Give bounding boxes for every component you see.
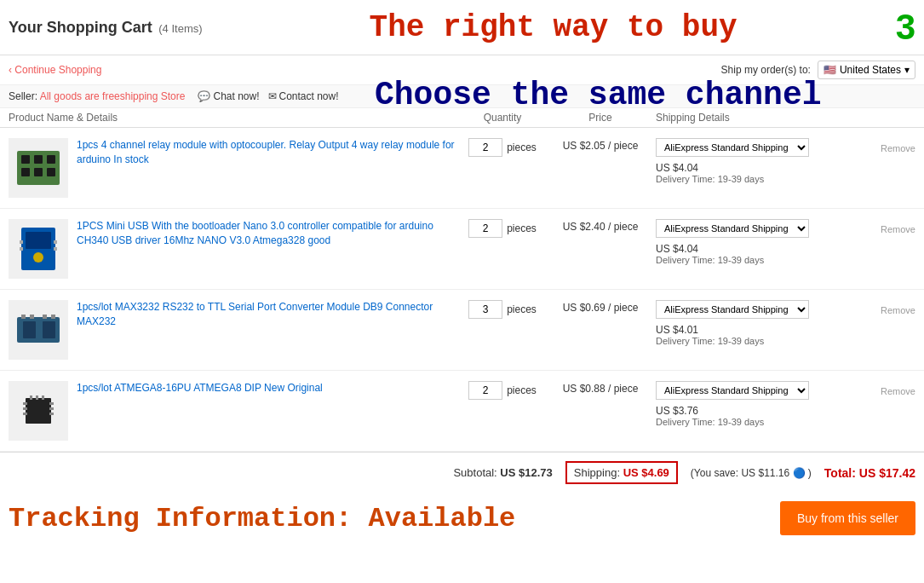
svg-rect-19 (43, 315, 47, 319)
delivery-time-3: Delivery Time: 19-39 days (656, 417, 915, 427)
svg-rect-5 (34, 168, 43, 176)
table-row: 1pcs/lot ATMEGA8-16PU ATMEGA8 DIP New Or… (0, 371, 924, 452)
table-row: 1pcs 4 channel relay module with optocou… (0, 128, 924, 209)
item-qty-3: pieces (460, 381, 545, 400)
shipping-total-value: US $4.69 (623, 466, 669, 479)
shipping-select-2[interactable]: AliExpress Standard Shipping (656, 300, 809, 319)
item-qty-2: pieces (460, 300, 545, 319)
svg-rect-21 (26, 398, 51, 424)
nav-bar: Continue Shopping Ship my order(s) to: 🇺… (0, 55, 924, 85)
footer-row: Subtotal: US $12.73 Shipping: US $4.69 (… (0, 452, 924, 493)
dropdown-icon: ▾ (904, 64, 910, 76)
seller-bar: Seller: All goods are freeshipping Store… (0, 85, 924, 108)
svg-rect-16 (43, 321, 55, 338)
remove-link-2[interactable]: Remove (881, 303, 915, 315)
item-image-2 (9, 300, 68, 360)
svg-rect-30 (42, 395, 44, 400)
item-details-1: 1PCS Mini USB With the bootloader Nano 3… (77, 219, 460, 248)
item-image-0 (9, 138, 68, 198)
item-name-1[interactable]: 1PCS Mini USB With the bootloader Nano 3… (77, 220, 433, 246)
tracking-text: Tracking Information: Available (9, 503, 515, 534)
table-row: 1pcs/lot MAX3232 RS232 to TTL Serial Por… (0, 290, 924, 371)
delivery-time-1: Delivery Time: 19-39 days (656, 255, 915, 265)
savings: (You save: US $11.16 🔵 ) (691, 467, 812, 479)
qty-input-2[interactable] (468, 300, 502, 319)
svg-point-9 (33, 252, 43, 263)
cart-items: 1pcs 4 channel relay module with optocou… (0, 128, 924, 452)
svg-rect-29 (36, 395, 38, 400)
svg-rect-6 (47, 168, 55, 176)
subtotal-value: US $12.73 (500, 466, 552, 479)
item-details-0: 1pcs 4 channel relay module with optocou… (77, 138, 460, 167)
item-qty-0: pieces (460, 138, 545, 157)
qty-input-3[interactable] (468, 381, 502, 400)
svg-rect-22 (23, 402, 27, 405)
total-value: US $17.42 (859, 466, 915, 480)
item-shipping-2: AliExpress Standard Shipping Remove US $… (656, 300, 915, 346)
table-row: 1PCS Mini USB With the bootloader Nano 3… (0, 209, 924, 290)
svg-rect-4 (21, 168, 30, 176)
qty-input-0[interactable] (468, 138, 502, 157)
country-name: United States (840, 64, 901, 76)
bottom-bar: Tracking Information: Available Buy from… (0, 493, 924, 544)
item-details-2: 1pcs/lot MAX3232 RS232 to TTL Serial Por… (77, 300, 460, 329)
svg-rect-1 (21, 155, 30, 164)
item-shipping-1: AliExpress Standard Shipping Remove US $… (656, 219, 915, 265)
chat-label: Chat now! (213, 90, 259, 102)
svg-rect-8 (26, 232, 51, 249)
contact-label: Contact now! (279, 90, 339, 102)
item-details-3: 1pcs/lot ATMEGA8-16PU ATMEGA8 DIP New Or… (77, 381, 460, 395)
country-selector[interactable]: 🇺🇸 United States ▾ (818, 61, 915, 79)
col-qty-header: Quantity (460, 112, 545, 124)
delivery-time-2: Delivery Time: 19-39 days (656, 336, 915, 346)
chat-icon: 💬 (198, 90, 210, 102)
remove-link-1[interactable]: Remove (881, 222, 915, 234)
shipping-cost-3: US $3.76 (656, 405, 915, 417)
ship-label: Ship my order(s) to: (721, 64, 811, 76)
qty-unit-1: pieces (507, 222, 537, 234)
seller-info: Seller: All goods are freeshipping Store (9, 90, 185, 102)
table-header: Product Name & Details Quantity Price Sh… (0, 108, 924, 128)
col-shipping-header: Shipping Details (656, 112, 915, 124)
item-price-3: US $0.88 / piece (545, 381, 656, 395)
buy-from-seller-button[interactable]: Buy from this seller (780, 501, 915, 535)
shipping-cost-1: US $4.04 (656, 243, 915, 255)
header-number: 3 (896, 7, 915, 48)
email-icon: ✉ (268, 90, 277, 102)
svg-rect-11 (20, 247, 23, 251)
total: Total: US $17.42 (824, 466, 915, 480)
subtotal-label: Subtotal: US $12.73 (453, 466, 552, 479)
continue-shopping-link[interactable]: Continue Shopping (9, 64, 101, 76)
svg-rect-13 (54, 247, 57, 251)
col-price-header: Price (545, 112, 656, 124)
shipping-select-1[interactable]: AliExpress Standard Shipping (656, 219, 809, 238)
chat-button[interactable]: 💬 Chat now! (198, 90, 259, 102)
item-qty-1: pieces (460, 219, 545, 238)
item-shipping-3: AliExpress Standard Shipping Remove US $… (656, 381, 915, 427)
qty-input-1[interactable] (468, 219, 502, 238)
remove-link-0[interactable]: Remove (881, 141, 915, 153)
shipping-select-0[interactable]: AliExpress Standard Shipping (656, 138, 809, 157)
remove-link-3[interactable]: Remove (881, 384, 915, 396)
qty-unit-2: pieces (507, 303, 537, 315)
delivery-time-0: Delivery Time: 19-39 days (656, 174, 915, 184)
qty-unit-0: pieces (507, 141, 537, 153)
savings-value: US $11.16 (741, 467, 789, 479)
item-name-2[interactable]: 1pcs/lot MAX3232 RS232 to TTL Serial Por… (77, 301, 433, 327)
item-price-1: US $2.40 / piece (545, 219, 656, 233)
svg-rect-28 (30, 395, 32, 400)
item-image-1 (9, 219, 68, 279)
shipping-total-box: Shipping: US $4.69 (565, 461, 678, 484)
flag-icon: 🇺🇸 (824, 64, 836, 76)
item-name-3[interactable]: 1pcs/lot ATMEGA8-16PU ATMEGA8 DIP New Or… (77, 382, 323, 394)
shipping-select-3[interactable]: AliExpress Standard Shipping (656, 381, 809, 400)
contact-button[interactable]: ✉ Contact now! (268, 90, 339, 102)
item-price-2: US $0.69 / piece (545, 300, 656, 314)
svg-rect-27 (49, 413, 54, 415)
item-shipping-0: AliExpress Standard Shipping Remove US $… (656, 138, 915, 184)
item-image-3 (9, 381, 68, 441)
item-name-0[interactable]: 1pcs 4 channel relay module with optocou… (77, 139, 455, 165)
header: Your Shopping Cart (4 Items) The right w… (0, 0, 924, 55)
seller-name: All goods are freeshipping Store (40, 90, 186, 102)
svg-rect-18 (30, 315, 34, 319)
